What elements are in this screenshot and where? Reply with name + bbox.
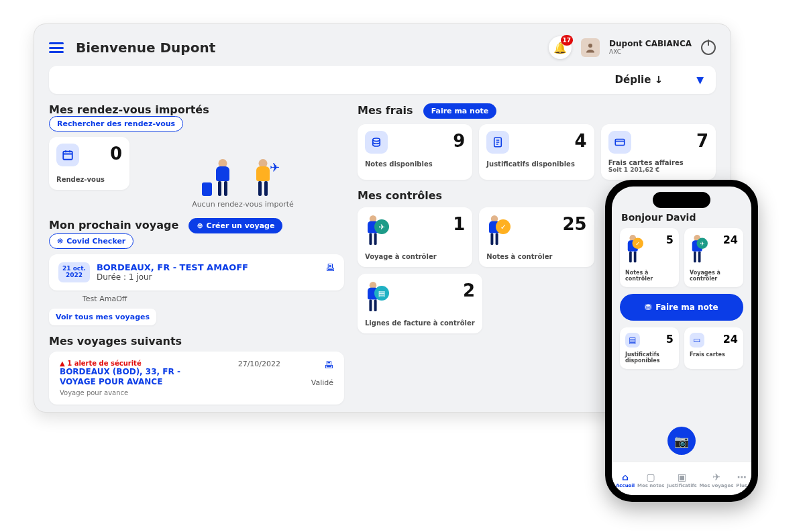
- doc-icon: ▤: [374, 286, 389, 301]
- svg-point-2: [373, 138, 380, 142]
- page-title: Bienvenue Dupont: [76, 40, 215, 56]
- camera-icon: 📷: [674, 434, 689, 448]
- plane-icon: ✈: [697, 238, 708, 250]
- menu-icon[interactable]: [49, 42, 64, 53]
- virus-icon: ❋: [57, 237, 63, 246]
- card-icon: [608, 131, 631, 154]
- frais-card-cards[interactable]: 7 Frais cartes affaires Soit 1 201,62 €: [601, 124, 716, 180]
- card-icon: ▭: [690, 333, 704, 348]
- create-trip-button[interactable]: ⊕Créer un voyage: [189, 218, 282, 233]
- notifications-button[interactable]: 🔔 17: [549, 36, 572, 59]
- mobile-card-frais[interactable]: ▭ 24 Frais cartes: [684, 327, 743, 369]
- frais-card-justif[interactable]: 4 Justificatifs disponibles: [479, 124, 594, 180]
- security-alert: ▲ 1 alerte de sécurité: [60, 360, 207, 367]
- section-title-frais: Mes frais: [358, 104, 413, 117]
- mobile-tab-bar: ⌂Accueil ▢Mes notes ▣Justificatifs ✈Mes …: [612, 462, 751, 495]
- trip-date-badge: 21 oct.2022: [58, 262, 90, 282]
- print-icon[interactable]: 🖶: [325, 262, 335, 273]
- tab-voyages[interactable]: ✈Mes voyages: [700, 472, 734, 488]
- tab-accueil[interactable]: ⌂Accueil: [616, 472, 635, 488]
- control-card-invoice[interactable]: ▤ 2 Lignes de facture à contrôler: [358, 274, 482, 333]
- plus-icon: ⊕: [197, 221, 203, 230]
- control-card-notes[interactable]: ✓ 25 Notes à contrôler: [479, 207, 594, 267]
- plane-icon: ✈: [712, 472, 720, 482]
- phone-notch: [653, 192, 710, 208]
- section-title-rdv: Mes rendez-vous importés: [49, 103, 209, 116]
- user-block[interactable]: Dupont CABIANCA AXC: [609, 40, 692, 55]
- note-icon: ▢: [647, 472, 655, 482]
- next-trip-card[interactable]: 21 oct.2022 BORDEAUX, FR - TEST AMAOFF D…: [49, 254, 344, 290]
- section-title-following: Mes voyages suivants: [49, 335, 337, 348]
- more-icon: ⋯: [737, 472, 747, 482]
- mobile-card-notes-control[interactable]: ✓ 5 Notes à contrôler: [620, 228, 679, 287]
- search-rdv-button[interactable]: Rechercher des rendez-vous: [49, 116, 183, 131]
- top-bar: Bienvenue Dupont 🔔 17 Dupont CABIANCA AX…: [49, 36, 716, 59]
- following-trip-card[interactable]: ▲ 1 alerte de sécurité BORDEAUX (BOD), 3…: [49, 352, 344, 405]
- control-card-trips[interactable]: ✈ 1 Voyage à contrôler: [358, 207, 472, 267]
- receipt-icon: ▤: [625, 333, 640, 348]
- illustration-travellers: ✈: [142, 137, 344, 196]
- rdv-card[interactable]: 0 Rendez-vous: [49, 137, 129, 190]
- chevron-down-icon: ▼: [696, 74, 704, 85]
- mobile-make-note-button[interactable]: ⛃ Faire ma note: [620, 294, 743, 321]
- all-trips-button[interactable]: Voir tous mes voyages: [49, 309, 156, 325]
- coins-icon: ⛃: [645, 303, 651, 312]
- notif-badge: 17: [561, 35, 574, 46]
- svg-rect-1: [63, 152, 72, 160]
- frais-card-notes[interactable]: 9 Notes disponibles: [358, 124, 472, 180]
- svg-rect-4: [615, 140, 625, 146]
- print-icon[interactable]: 🖶: [324, 360, 333, 370]
- check-icon: ✓: [633, 238, 644, 250]
- warning-icon: ▲: [60, 360, 65, 367]
- logout-button[interactable]: [701, 40, 716, 55]
- mobile-card-trips-control[interactable]: ✈ 24 Voyages à contrôler: [684, 228, 743, 287]
- check-icon: ✓: [496, 219, 511, 234]
- receipt-icon: [486, 131, 509, 154]
- section-title-next-trip: Mon prochain voyage: [49, 219, 178, 231]
- home-icon: ⌂: [622, 472, 629, 482]
- tab-justif[interactable]: ▣Justificatifs: [667, 472, 697, 488]
- mobile-card-justif[interactable]: ▤ 5 Justificatifs disponibles: [620, 327, 679, 369]
- camera-button[interactable]: 📷: [667, 427, 696, 455]
- receipt-icon: ▣: [678, 472, 686, 482]
- svg-point-0: [588, 44, 592, 48]
- avatar[interactable]: [581, 38, 600, 57]
- plane-icon: ✈: [374, 219, 389, 234]
- calendar-icon: [56, 144, 79, 166]
- mobile-greeting: Bonjour David: [621, 212, 743, 223]
- tab-plus[interactable]: ⋯Plus: [736, 472, 747, 488]
- tab-notes[interactable]: ▢Mes notes: [637, 472, 664, 488]
- mobile-app-frame: Bonjour David ✓ 5 Notes à contrôler ✈ 24…: [605, 180, 758, 502]
- expand-bar[interactable]: Déplie ↓ ▼: [49, 66, 716, 94]
- coins-icon: [365, 131, 388, 154]
- make-note-button[interactable]: Faire ma note: [423, 103, 497, 119]
- covid-checker-button[interactable]: ❋Covid Checker: [49, 233, 133, 249]
